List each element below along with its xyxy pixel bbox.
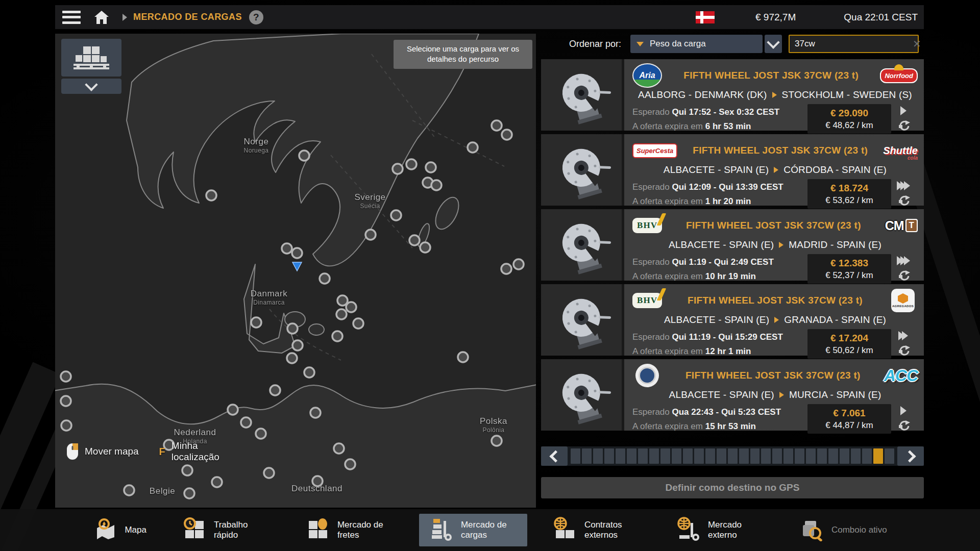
cargo-map-marker[interactable] [332, 331, 342, 341]
cargo-map-marker[interactable] [353, 318, 363, 329]
cargo-map-marker[interactable] [502, 130, 512, 140]
trailer-filter-button[interactable] [61, 39, 121, 77]
cargo-map-marker[interactable] [492, 436, 502, 446]
page-segment[interactable] [739, 448, 749, 464]
page-segment[interactable] [638, 448, 648, 464]
cargo-offer-card[interactable]: Aria FIFTH WHEEL JOST JSK 37CW (23 t) No… [541, 59, 924, 131]
cargo-map-marker[interactable] [391, 210, 401, 220]
cargo-map-marker[interactable] [61, 420, 71, 431]
page-segment[interactable] [649, 448, 659, 464]
cargo-map-marker[interactable] [409, 235, 420, 245]
page-segment[interactable] [750, 448, 760, 464]
map-panel[interactable]: NorgeNoruegaSverigeSuéciaDanmarkDinamarc… [55, 34, 536, 508]
cargo-map-marker[interactable] [251, 317, 261, 328]
cargo-map-marker[interactable] [345, 459, 355, 469]
cargo-offer-card[interactable]: FIFTH WHEEL JOST JSK 37CW (23 t) ACC ALB… [541, 359, 924, 431]
page-segment[interactable] [806, 448, 816, 464]
cargo-map-marker[interactable] [282, 243, 292, 254]
cargo-map-marker[interactable] [346, 302, 356, 312]
page-segment[interactable] [761, 448, 771, 464]
nav-quick-job[interactable]: Trabalho rápido [172, 514, 280, 546]
cargo-map-marker[interactable] [292, 248, 302, 258]
cargo-map-marker[interactable] [492, 120, 502, 131]
cargo-map-marker[interactable] [184, 488, 194, 498]
cargo-map-marker[interactable] [334, 443, 344, 454]
page-segment[interactable] [616, 448, 625, 464]
nav-external-contracts[interactable]: Contratos externos [543, 514, 651, 546]
trailer-filter-expand-button[interactable] [61, 79, 121, 94]
cargo-map-marker[interactable] [124, 485, 134, 495]
page-segment[interactable] [683, 448, 693, 464]
cargo-map-marker[interactable] [393, 164, 403, 174]
nav-external-market[interactable]: Mercado externo [666, 514, 774, 546]
help-icon[interactable]: ? [249, 10, 263, 24]
cargo-map-marker[interactable] [426, 162, 436, 172]
nav-active-convoy[interactable]: Comboio ativo [790, 514, 897, 546]
cargo-map-marker[interactable] [287, 323, 298, 334]
cargo-map-marker[interactable] [365, 230, 376, 240]
cargo-map-marker[interactable] [513, 259, 524, 269]
cargo-map-marker[interactable] [182, 465, 192, 475]
sort-dropdown[interactable]: Peso da carga [630, 35, 763, 53]
sort-expand-button[interactable] [765, 35, 782, 53]
cargo-offer-card[interactable]: BHV FIFTH WHEEL JOST JSK 37CW (23 t) AGR… [541, 284, 924, 356]
home-icon[interactable] [94, 10, 109, 24]
page-segment[interactable] [772, 448, 782, 464]
page-segment[interactable] [672, 448, 681, 464]
page-segment[interactable] [604, 448, 614, 464]
search-box[interactable]: ✕ [789, 35, 919, 53]
nav-freight-market[interactable]: Mercado de fretes [296, 514, 404, 546]
cargo-map-marker[interactable] [299, 151, 309, 161]
page-segment[interactable] [828, 448, 838, 464]
cargo-map-marker[interactable] [270, 385, 280, 395]
cargo-map-marker[interactable] [458, 352, 468, 362]
page-segment[interactable] [660, 448, 670, 464]
page-segment[interactable] [840, 448, 849, 464]
page-segment[interactable] [862, 448, 872, 464]
page-segment[interactable] [795, 448, 804, 464]
cargo-map-marker[interactable] [212, 477, 222, 487]
cargo-map-marker[interactable] [61, 396, 71, 406]
page-segment[interactable] [593, 448, 603, 464]
cargo-map-marker[interactable] [304, 367, 314, 378]
page-segment[interactable] [851, 448, 861, 464]
cargo-map-marker[interactable] [241, 417, 251, 428]
page-segment[interactable] [582, 448, 592, 464]
page-next-button[interactable] [897, 446, 924, 466]
nav-map[interactable]: Mapa [83, 514, 157, 546]
cargo-map-marker[interactable] [61, 371, 71, 382]
page-prev-button[interactable] [541, 446, 568, 466]
cargo-map-marker[interactable] [406, 159, 416, 169]
cargo-map-marker[interactable] [431, 180, 442, 190]
set-gps-destination-button[interactable]: Definir como destino no GPS [541, 477, 924, 498]
cargo-map-marker[interactable] [336, 309, 347, 319]
page-segment[interactable] [817, 448, 827, 464]
cargo-offer-card[interactable]: SuperCesta FIFTH WHEEL JOST JSK 37CW (23… [541, 134, 924, 206]
cargo-map-marker[interactable] [310, 408, 321, 418]
cargo-map-marker[interactable] [264, 468, 274, 478]
menu-icon[interactable] [62, 11, 81, 24]
page-segment[interactable] [717, 448, 726, 464]
cargo-offer-card[interactable]: BHV FIFTH WHEEL JOST JSK 37CW (23 t) CMT… [541, 209, 924, 281]
search-input[interactable] [790, 39, 913, 49]
cargo-map-marker[interactable] [320, 273, 330, 284]
page-segment[interactable] [873, 448, 883, 464]
page-segment[interactable] [694, 448, 704, 464]
cargo-map-marker[interactable] [206, 190, 216, 201]
page-segment[interactable] [783, 448, 793, 464]
cargo-map-marker[interactable] [228, 405, 238, 415]
cargo-map-marker[interactable] [287, 353, 297, 363]
page-segment[interactable] [571, 448, 580, 464]
page-segment[interactable] [885, 448, 894, 464]
cargo-map-marker[interactable] [420, 242, 430, 253]
cargo-map-marker[interactable] [256, 429, 266, 439]
cargo-map-marker[interactable] [468, 142, 478, 153]
page-segment[interactable] [627, 448, 636, 464]
clear-search-icon[interactable]: ✕ [913, 38, 925, 50]
nav-cargo-market[interactable]: Mercado de cargas [419, 514, 527, 546]
cargo-map-marker[interactable] [501, 264, 511, 274]
page-segment[interactable] [728, 448, 738, 464]
cargo-map-marker[interactable] [292, 340, 303, 350]
page-segment[interactable] [705, 448, 715, 464]
page-track[interactable] [571, 448, 894, 464]
